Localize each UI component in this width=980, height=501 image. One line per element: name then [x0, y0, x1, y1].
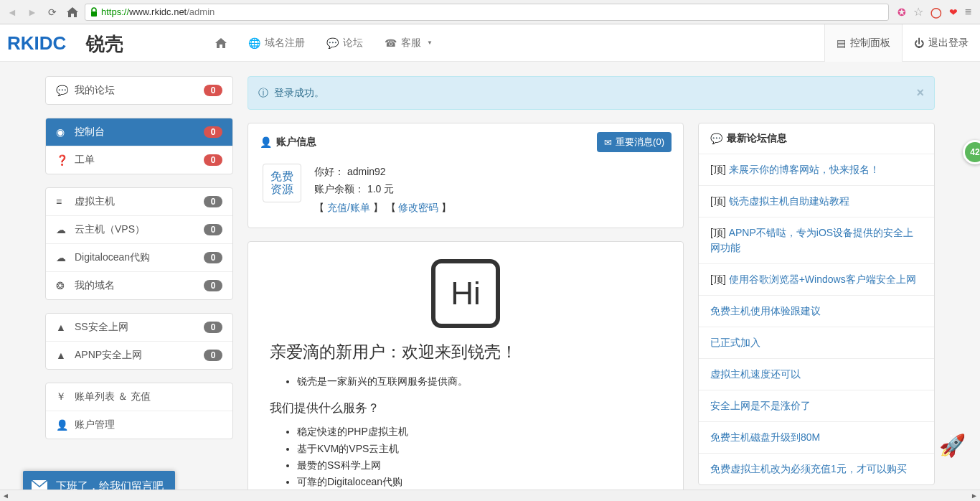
- account-card: 👤 账户信息 ✉ 重要消息(0) 免费 资源: [248, 123, 684, 228]
- forum-item-text: 免费主机使用体验跟建议: [710, 305, 821, 317]
- forum-title: 💬 最新论坛信息: [699, 123, 934, 154]
- chevron-down-icon: ▼: [427, 39, 433, 46]
- sidebar-item-label: SS安全上网: [75, 321, 128, 334]
- forum-item[interactable]: 免费主机使用体验跟建议: [699, 295, 934, 327]
- forum-item-text: 免费虚拟主机改为必须充值1元，才可以购买: [710, 463, 907, 474]
- sidebar-item-label: 我的论坛: [75, 84, 115, 97]
- header-right: ▤ 控制面板 ⏻ 退出登录: [824, 24, 980, 62]
- logout-link[interactable]: ⏻ 退出登录: [902, 24, 980, 62]
- forum-item[interactable]: 虚拟主机速度还可以: [699, 358, 934, 390]
- sidebar-item[interactable]: ☁Digitalocean代购0: [46, 243, 232, 271]
- badge: 0: [204, 196, 222, 207]
- nav-domain[interactable]: 🌐 域名注册: [237, 24, 316, 62]
- ext-icon[interactable]: ✪: [897, 6, 906, 18]
- forward-button[interactable]: ►: [24, 4, 40, 20]
- sidebar-item-label: 账单列表 ＆ 充值: [75, 390, 151, 403]
- mail-icon: ✉: [604, 137, 612, 148]
- sticky-tag: [顶]: [710, 195, 729, 207]
- horizontal-scrollbar[interactable]: ◄►: [0, 490, 980, 501]
- user-icon: 👤: [56, 419, 69, 431]
- url-bar[interactable]: https://www.rkidc.net/admin: [85, 4, 889, 21]
- badge: 0: [204, 126, 222, 138]
- sidebar-item[interactable]: ▲SS安全上网0: [46, 314, 232, 341]
- nav-forum[interactable]: 💬 论坛: [316, 24, 374, 62]
- sidebar-item[interactable]: ❂我的域名0: [46, 271, 232, 299]
- user-icon: 👤: [260, 136, 272, 148]
- welcome-title: 亲爱滴的新用户：欢迎来到锐壳！: [270, 341, 661, 363]
- control-panel-link[interactable]: ▤ 控制面板: [824, 24, 902, 62]
- question-icon: ❓: [56, 154, 69, 166]
- close-icon[interactable]: ×: [916, 85, 924, 100]
- sidebar-item-label: 控制台: [75, 126, 105, 139]
- menu-icon[interactable]: ≡: [965, 6, 971, 19]
- forum-item[interactable]: [顶] 锐壳虚拟主机自助建站教程: [699, 185, 934, 217]
- badge: 0: [204, 350, 222, 361]
- service-item: 可靠的Digitalocean代购: [297, 474, 661, 490]
- browser-chrome: ◄ ► ⟳ https://www.rkidc.net/admin ✪ ☆ ◯ …: [0, 0, 980, 24]
- forum-item[interactable]: 已正式加入: [699, 327, 934, 358]
- rocket-icon[interactable]: 🚀: [939, 433, 966, 458]
- globe-icon: 🌐: [248, 37, 260, 49]
- site-header: RKIDC 锐壳 🌐 域名注册 💬 论坛 ☎ 客服 ▼ ▤ 控制面板 ⏻ 退出登…: [0, 24, 980, 62]
- badge: 0: [204, 224, 222, 235]
- sidebar-item[interactable]: ☁云主机（VPS）0: [46, 215, 232, 243]
- back-button[interactable]: ◄: [4, 4, 20, 20]
- sidebar-item[interactable]: 👤账户管理: [46, 411, 232, 439]
- recharge-link[interactable]: 充值/账单: [327, 202, 370, 213]
- sticky-tag: [顶]: [710, 273, 729, 285]
- badge: 0: [204, 280, 222, 291]
- messages-button[interactable]: ✉ 重要消息(0): [597, 132, 672, 152]
- sidebar-item-label: 虚拟主机: [75, 195, 115, 208]
- nav-home[interactable]: [204, 24, 237, 62]
- forum-item[interactable]: [顶] 来展示你的博客网站，快来报名！: [699, 154, 934, 185]
- url-text: https://www.rkidc.net/admin: [101, 6, 215, 17]
- bookmark-icon[interactable]: ☆: [913, 5, 923, 19]
- forum-item-text: 免费主机磁盘升级到80M: [710, 431, 820, 443]
- svg-text:RKIDC: RKIDC: [7, 32, 67, 54]
- forum-item-text: 使用谷歌浏览器+Windows客户端安全上网: [729, 273, 916, 285]
- comment-icon: 💬: [710, 133, 722, 144]
- globe-icon: ❂: [56, 280, 69, 291]
- sidebar-item[interactable]: ◉控制台0: [46, 118, 232, 146]
- forum-item[interactable]: [顶] APNP不错哒，专为iOS设备提供的安全上网功能: [699, 217, 934, 263]
- sticky-tag: [顶]: [710, 164, 729, 175]
- forum-item[interactable]: 免费虚拟主机改为必须充值1元，才可以购买: [699, 453, 934, 484]
- reload-button[interactable]: ⟳: [44, 4, 60, 20]
- forum-item[interactable]: 免费主机磁盘升级到80M: [699, 421, 934, 453]
- nav-cs[interactable]: ☎ 客服 ▼: [374, 24, 443, 62]
- adblock-icon[interactable]: ◯: [930, 6, 942, 18]
- sidebar-item[interactable]: ≡虚拟主机0: [46, 188, 232, 215]
- badge: 0: [204, 322, 222, 333]
- sidebar-item[interactable]: ❓工单0: [46, 146, 232, 174]
- sidebar-item-label: 云主机（VPS）: [75, 223, 145, 236]
- power-icon: ⏻: [914, 37, 924, 49]
- home-button[interactable]: [65, 4, 80, 20]
- dashboard-icon: ▤: [837, 37, 846, 49]
- badge: 0: [204, 154, 222, 166]
- sidebar-item-label: 我的域名: [75, 279, 115, 292]
- road-icon: ▲: [56, 322, 69, 333]
- forum-item-text: 锐壳虚拟主机自助建站教程: [729, 195, 849, 207]
- cloud-solid-icon: ☁: [56, 252, 69, 263]
- sidebar-item-label: Digitalocean代购: [75, 251, 150, 264]
- heart-icon[interactable]: ❤: [949, 6, 958, 18]
- forum-item[interactable]: [顶] 使用谷歌浏览器+Windows客户端安全上网: [699, 263, 934, 295]
- sidebar-item[interactable]: 💬我的论坛0: [46, 77, 232, 104]
- comment-icon: 💬: [326, 37, 339, 49]
- dashboard-icon: ◉: [56, 126, 69, 138]
- welcome-intro: 锐壳是一家新兴的互联网服务提供商。: [297, 373, 661, 390]
- forum-item[interactable]: 安全上网是不是涨价了: [699, 390, 934, 421]
- account-avatar: 免费 资源: [263, 164, 301, 202]
- notification-badge[interactable]: 42: [963, 140, 980, 164]
- sidebar-item[interactable]: ￥账单列表 ＆ 充值: [46, 383, 232, 411]
- main-nav: 🌐 域名注册 💬 论坛 ☎ 客服 ▼: [204, 24, 443, 62]
- svg-text:锐壳: 锐壳: [85, 34, 123, 54]
- login-success-alert: ⓘ 登录成功。 ×: [248, 76, 935, 110]
- phone-icon: ☎: [385, 37, 397, 49]
- extension-icons: ✪ ☆ ◯ ❤ ≡: [893, 5, 976, 19]
- sidebar-item[interactable]: ▲APNP安全上网0: [46, 341, 232, 369]
- road-icon: ▲: [56, 350, 69, 361]
- change-password-link[interactable]: 修改密码: [398, 202, 438, 213]
- cloud-icon: ☁: [56, 224, 69, 235]
- site-logo[interactable]: RKIDC 锐壳: [7, 32, 197, 54]
